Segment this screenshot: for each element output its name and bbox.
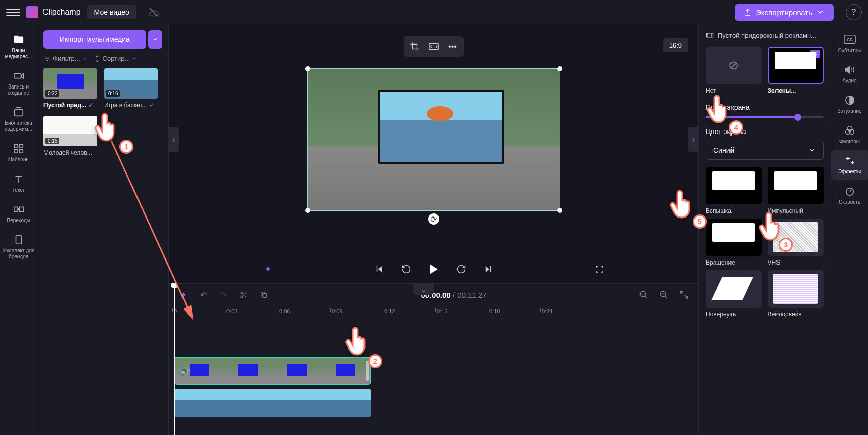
media-item-billboard[interactable]: 0:22 Пустой прид...✓ bbox=[43, 68, 97, 109]
settings-badge-icon[interactable] bbox=[810, 50, 820, 58]
clip-billboard[interactable]: 🔊 bbox=[174, 357, 371, 385]
media-item-basketball[interactable]: 0:16 Игра в баскет...✓ bbox=[104, 68, 158, 109]
svg-rect-11 bbox=[16, 236, 21, 244]
more-button[interactable]: ••• bbox=[444, 38, 462, 55]
effect-rotate[interactable] bbox=[706, 270, 762, 308]
clip-basketball[interactable] bbox=[174, 389, 371, 417]
svg-line-26 bbox=[645, 296, 647, 298]
effects-icon bbox=[844, 155, 856, 167]
ai-timeline-button[interactable]: ✦ bbox=[177, 289, 189, 301]
svg-line-22 bbox=[243, 292, 247, 296]
svg-text:CC: CC bbox=[847, 37, 853, 42]
app-name: Clipchamp bbox=[42, 8, 81, 17]
camera-icon bbox=[13, 70, 25, 82]
svg-rect-4 bbox=[14, 145, 17, 148]
used-check-icon: ✓ bbox=[88, 102, 94, 109]
ai-enhance-button[interactable]: ✦ bbox=[260, 261, 276, 277]
folder-icon bbox=[13, 33, 25, 46]
tab-effects[interactable]: Эффекты bbox=[831, 150, 868, 180]
fullscreen-button[interactable] bbox=[591, 261, 607, 277]
skip-end-button[interactable] bbox=[480, 261, 496, 277]
nav-templates[interactable]: Шаблоны bbox=[0, 138, 37, 168]
nav-brand-kit[interactable]: Комплект для брендов bbox=[0, 229, 37, 265]
effect-vhs[interactable] bbox=[768, 219, 824, 256]
fit-button[interactable] bbox=[425, 38, 442, 55]
svg-rect-6 bbox=[14, 150, 17, 153]
redo-button[interactable]: ↷ bbox=[217, 289, 230, 301]
rewind-button[interactable] bbox=[398, 261, 415, 277]
library-icon bbox=[13, 106, 25, 118]
undo-button[interactable]: ↶ bbox=[197, 289, 209, 301]
video-preview[interactable]: ⟳ bbox=[307, 68, 560, 211]
media-grid: 0:22 Пустой прид...✓ 0:16 Игра в баскет.… bbox=[43, 68, 162, 156]
zoom-in-button[interactable] bbox=[658, 289, 670, 301]
preset-none[interactable]: ⊘ bbox=[706, 47, 762, 84]
speed-icon bbox=[844, 185, 856, 197]
sort-dropdown[interactable]: Сортир... bbox=[94, 55, 138, 62]
skip-start-button[interactable] bbox=[371, 261, 387, 277]
menu-button[interactable] bbox=[6, 5, 20, 19]
video-title-input[interactable]: Мое видео bbox=[87, 5, 136, 19]
track-video-top: 🔊 bbox=[174, 357, 693, 385]
media-item-laptop[interactable]: 0:15 Молодой челов... bbox=[43, 116, 97, 156]
aspect-ratio-selector[interactable]: 16:9 bbox=[663, 38, 688, 52]
fade-icon bbox=[844, 94, 856, 106]
resize-handle[interactable] bbox=[557, 208, 562, 213]
tab-fade[interactable]: Затухание bbox=[831, 89, 868, 119]
panel-collapse-right[interactable]: › bbox=[688, 127, 698, 152]
screen-color-dropdown[interactable]: Синий bbox=[706, 141, 824, 160]
help-button[interactable]: ? bbox=[846, 4, 862, 20]
tab-audio[interactable]: Аудио bbox=[831, 59, 868, 89]
svg-rect-5 bbox=[19, 145, 22, 148]
effect-spin[interactable] bbox=[706, 219, 762, 256]
clip-trim-handle[interactable] bbox=[366, 361, 369, 381]
effect-flash[interactable] bbox=[706, 167, 762, 204]
left-sidebar: Ваши медиарес... Запись и создание Библи… bbox=[0, 24, 37, 435]
nav-record[interactable]: Запись и создание bbox=[0, 65, 37, 101]
panel-collapse-left[interactable]: ‹ bbox=[169, 127, 179, 152]
effect-pulse[interactable] bbox=[768, 167, 824, 204]
export-button[interactable]: Экспортировать bbox=[735, 4, 834, 21]
zoom-fit-button[interactable] bbox=[678, 289, 690, 301]
zoom-out-button[interactable] bbox=[637, 289, 650, 301]
threshold-slider[interactable] bbox=[706, 116, 824, 118]
track-video-bottom bbox=[174, 389, 693, 417]
nav-transitions[interactable]: Переходы bbox=[0, 198, 37, 229]
copy-button[interactable] bbox=[258, 289, 270, 301]
clipchamp-logo-icon bbox=[26, 6, 38, 18]
screen-color-label: Цвет экрана bbox=[706, 127, 824, 136]
rotate-handle[interactable]: ⟳ bbox=[428, 213, 439, 225]
resize-handle[interactable] bbox=[305, 66, 310, 71]
tab-speed[interactable]: Скорость bbox=[831, 180, 868, 210]
crop-button[interactable] bbox=[406, 38, 423, 55]
preset-green-screen[interactable] bbox=[768, 47, 824, 84]
svg-rect-3 bbox=[14, 110, 23, 116]
timeline-ruler[interactable]: 0 0:03 0:06 0:09 0:12 0:15 0:18 0:21 bbox=[169, 306, 698, 318]
svg-point-20 bbox=[241, 292, 243, 294]
clip-audio-icon: 🔊 bbox=[180, 366, 190, 376]
playhead[interactable] bbox=[174, 284, 175, 435]
svg-rect-24 bbox=[262, 293, 266, 297]
effect-vaporwave[interactable] bbox=[768, 270, 824, 308]
import-media-button[interactable]: Импорт мультимедиа bbox=[43, 30, 146, 49]
templates-icon bbox=[13, 143, 25, 155]
split-button[interactable] bbox=[238, 289, 250, 301]
resize-handle[interactable] bbox=[305, 208, 310, 213]
nav-text[interactable]: Текст bbox=[0, 168, 37, 198]
svg-rect-7 bbox=[19, 150, 22, 153]
play-button[interactable] bbox=[426, 261, 442, 277]
tab-subtitles[interactable]: CC Субтитры bbox=[831, 28, 868, 59]
nav-library[interactable]: Библиотека содержим... bbox=[0, 101, 37, 138]
resize-handle[interactable] bbox=[557, 66, 562, 71]
svg-rect-1 bbox=[14, 73, 21, 78]
tab-filters[interactable]: Фильтры bbox=[831, 119, 868, 150]
text-icon bbox=[13, 173, 25, 185]
cc-icon: CC bbox=[844, 33, 856, 46]
timeline-collapse[interactable]: ⌄ bbox=[413, 284, 434, 295]
forward-button[interactable] bbox=[453, 261, 469, 277]
cloud-sync-off-icon[interactable] bbox=[147, 5, 161, 19]
nav-your-media[interactable]: Ваши медиарес... bbox=[0, 28, 37, 65]
filter-dropdown[interactable]: Фильтр... bbox=[43, 55, 87, 62]
import-dropdown-button[interactable] bbox=[148, 30, 162, 49]
app-logo[interactable]: Clipchamp bbox=[26, 6, 81, 18]
